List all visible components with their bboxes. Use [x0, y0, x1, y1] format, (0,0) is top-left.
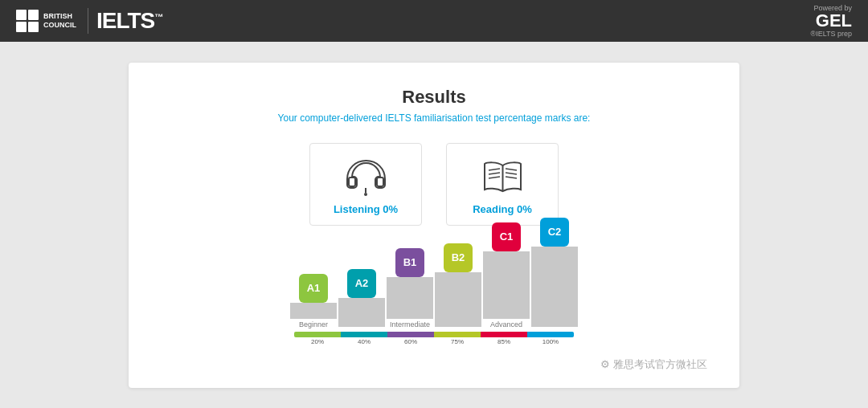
cefr-c2: C2	[531, 218, 578, 328]
block-a2	[338, 298, 385, 327]
svg-line-9	[506, 173, 517, 174]
svg-line-7	[489, 177, 500, 178]
block-a1	[290, 303, 337, 319]
block-b1	[387, 277, 433, 319]
pct-60: 60%	[387, 338, 434, 345]
ielts-prep-text: ®IELTS prep	[811, 30, 853, 38]
pct-40: 40%	[341, 338, 387, 345]
results-subtitle: Your computer-delivered IELTS familiaris…	[161, 112, 707, 124]
label-advanced: Advanced	[490, 320, 522, 328]
svg-rect-0	[349, 177, 355, 186]
block-c2	[531, 247, 578, 327]
pb-b1	[387, 332, 434, 337]
label-intermediate: Intermediate	[390, 320, 430, 328]
cefr-a1: A1 Beginner	[290, 274, 337, 328]
pb-c1	[481, 332, 527, 337]
cefr-c1: C1 Advanced	[483, 222, 530, 328]
pct-85: 85%	[481, 338, 527, 345]
header: BRITISH COUNCIL IELTS™ Powered by GEL ®I…	[0, 0, 868, 42]
main-content: Results Your computer-delivered IELTS fa…	[0, 42, 868, 408]
reading-score-box: Reading 0%	[446, 143, 559, 226]
badge-b1: B1	[395, 248, 424, 277]
cefr-b2: B2	[435, 243, 481, 328]
badge-a2: A2	[347, 269, 376, 298]
logo-area: BRITISH COUNCIL IELTS™	[16, 8, 162, 34]
svg-point-3	[364, 193, 367, 196]
svg-line-10	[506, 177, 517, 178]
badge-c2: C2	[540, 218, 569, 247]
pb-a2	[341, 332, 387, 337]
badge-c1: C1	[492, 222, 521, 251]
book-icon	[478, 157, 526, 197]
svg-line-8	[506, 169, 517, 170]
svg-line-5	[489, 169, 500, 170]
reading-label[interactable]: Reading 0%	[473, 203, 532, 215]
cefr-a2: A2	[338, 269, 385, 328]
results-card: Results Your computer-delivered IELTS fa…	[129, 63, 739, 388]
bc-sq-1	[16, 10, 27, 20]
block-c1	[483, 251, 530, 319]
block-b2	[435, 272, 481, 327]
pb-a1	[294, 332, 341, 337]
bc-sq-3	[16, 22, 27, 32]
bc-sq-2	[28, 10, 39, 20]
headphones-icon	[342, 157, 390, 197]
header-right: Powered by GEL ®IELTS prep	[811, 4, 853, 38]
pct-100: 100%	[527, 338, 574, 345]
label-beginner: Beginner	[299, 320, 328, 328]
pb-b2	[434, 332, 481, 337]
svg-rect-1	[377, 177, 383, 186]
svg-line-6	[489, 173, 500, 174]
cefr-b1: B1 Intermediate	[387, 248, 433, 328]
badge-a1: A1	[299, 274, 328, 303]
ielts-logo-text: IELTS™	[88, 8, 162, 34]
pct-75: 75%	[434, 338, 481, 345]
results-title: Results	[161, 87, 707, 108]
gel-logo: GEL	[811, 12, 853, 30]
british-council-logo: BRITISH COUNCIL	[16, 10, 76, 32]
watermark: ⚙ 雅思考试官方微社区	[161, 357, 707, 372]
pb-c2	[527, 332, 574, 337]
progress-bar	[294, 332, 574, 337]
pct-20: 20%	[294, 338, 341, 345]
bc-squares-icon	[16, 10, 39, 32]
listening-label[interactable]: Listening 0%	[334, 203, 398, 215]
cefr-staircase: A1 Beginner A2 B1 Intermediate	[161, 248, 707, 353]
pct-labels: 20% 40% 60% 75% 85% 100%	[294, 338, 574, 345]
badge-b2: B2	[444, 243, 473, 272]
bc-sq-4	[28, 22, 39, 32]
bc-text: BRITISH COUNCIL	[43, 12, 76, 30]
listening-score-box: Listening 0%	[309, 143, 422, 226]
score-boxes: Listening 0%	[161, 143, 707, 226]
